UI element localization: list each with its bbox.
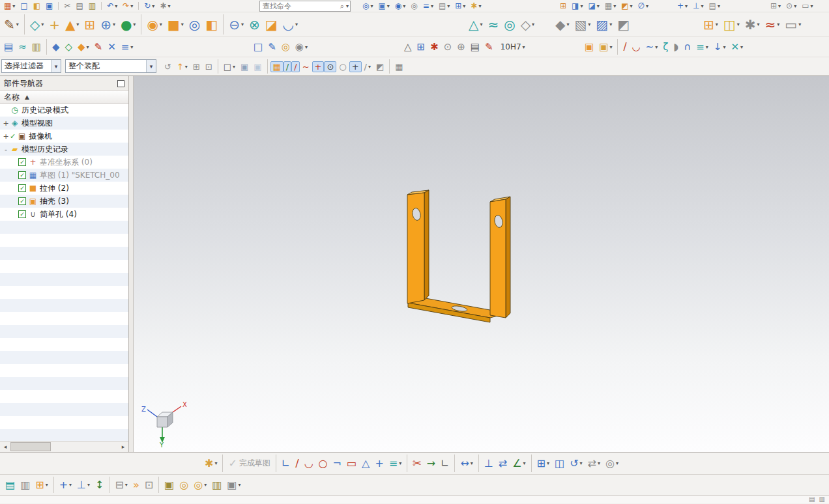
tube-button[interactable]: ◎ <box>501 17 517 33</box>
surface-more-dropdown-icon[interactable]: ▾ <box>532 21 534 27</box>
shortcut-toolbar-button[interactable]: ▦ <box>392 61 405 72</box>
edit-formula-button[interactable]: ✎ <box>92 41 106 53</box>
extrude-checkbox[interactable]: ✓ <box>18 184 26 192</box>
snap-control-point-button[interactable]: ~ <box>300 61 312 72</box>
arrangements-button[interactable]: ⊟▾ <box>112 479 130 492</box>
pattern-feature-button[interactable]: ⊞ <box>81 17 98 33</box>
app-menu-dropdown-icon[interactable]: ▾ <box>12 3 15 9</box>
x-axis-label[interactable]: X <box>182 401 187 408</box>
pattern-curve-button[interactable]: ⊞▾ <box>534 457 552 470</box>
tree-item-history-mode[interactable]: ◷历史记录模式 <box>0 104 128 117</box>
snap-intersection-button[interactable]: + <box>312 61 325 72</box>
move-face-button[interactable]: ◨▾ <box>569 1 585 11</box>
move-component-button[interactable]: +▾ <box>675 1 690 11</box>
paste-button[interactable]: ▥ <box>86 1 98 11</box>
triangle-annotation-button[interactable]: △ <box>401 41 415 53</box>
wave-interface-button[interactable]: ◎▾ <box>191 479 209 492</box>
relations-browser-button[interactable]: ◎▾ <box>603 457 621 470</box>
scroll-left-button[interactable]: ◂ <box>0 441 10 452</box>
wave-geometry-linker-button[interactable]: ▣ <box>162 479 177 492</box>
ruler-dropdown-icon[interactable]: ▾ <box>811 3 813 9</box>
y-axis-label[interactable]: Y <box>159 441 164 448</box>
interpart-select-button[interactable]: ⊞ <box>190 61 203 72</box>
exploded-views-button[interactable]: ▥ <box>18 479 33 492</box>
profile-button[interactable]: ∟ <box>279 457 293 470</box>
target-point-dropdown-icon[interactable]: ▾ <box>305 44 308 50</box>
snap-point-on-face-button[interactable]: ◩ <box>373 61 386 72</box>
view-in-layer-button[interactable]: ▤▾ <box>436 1 452 11</box>
display-constraints-button[interactable]: ∠▾ <box>510 457 528 470</box>
bracket-left-plate-side-face[interactable] <box>424 190 429 300</box>
patch-surface-dropdown-icon[interactable]: ▾ <box>588 21 590 27</box>
datum-csys-checkbox[interactable]: ✓ <box>18 158 26 166</box>
intersect-button[interactable]: ⊗ <box>246 17 263 33</box>
revolve-button[interactable]: ◉▾ <box>144 17 164 33</box>
structure-cube-dropdown-icon[interactable]: ▾ <box>238 482 240 488</box>
snap-midpoint-button[interactable]: / <box>291 61 299 72</box>
patch-curve-button[interactable]: ◗ <box>671 41 681 53</box>
direct-sketch-dropdown-icon[interactable]: ▾ <box>16 21 19 27</box>
snap-arc-center-button[interactable]: ⊙ <box>324 61 336 72</box>
tree-item-model-history[interactable]: -▰模型历史记录 <box>0 143 128 156</box>
selection-scope-dropdown-icon[interactable]: ▾ <box>146 60 156 72</box>
view-in-layer-dropdown-icon[interactable]: ▾ <box>447 3 450 9</box>
component-stack-button[interactable]: ▤ <box>3 479 18 492</box>
mirror-geometry-dropdown-icon[interactable]: ▾ <box>737 21 740 27</box>
display-mode-button[interactable]: ▦▾ <box>602 1 618 11</box>
sort-list-dropdown-icon[interactable]: ▾ <box>130 44 133 50</box>
triad-cube-front-face[interactable] <box>157 417 167 427</box>
tolerance-dropdown-icon[interactable]: ▾ <box>523 44 525 50</box>
expressions-button[interactable]: ≈ <box>16 41 29 53</box>
edge-blend-dropdown-icon[interactable]: ▾ <box>295 21 298 27</box>
sheet-surface-button[interactable]: ◆▾ <box>553 17 572 33</box>
new-file-button[interactable]: □ <box>18 1 30 11</box>
line-curve-button[interactable]: / <box>620 41 629 53</box>
up-one-level-dropdown-icon[interactable]: ▾ <box>185 64 188 70</box>
quick-extend-button[interactable]: → <box>424 457 438 470</box>
command-search-input[interactable] <box>261 1 340 11</box>
make-symmetric-button[interactable]: ⇄ <box>496 457 510 470</box>
datum-csys-button[interactable]: + <box>46 17 63 33</box>
tree-item-extrude[interactable]: ✓■拉伸 (2) <box>0 182 128 195</box>
move-component-dropdown-icon[interactable]: ▾ <box>69 482 72 488</box>
tree-item-simple-hole[interactable]: ✓∪简单孔 (4) <box>0 208 128 221</box>
display-constraints-dropdown-icon[interactable]: ▾ <box>523 460 526 466</box>
open-file-button[interactable]: ◧ <box>31 1 43 11</box>
spline-dropdown-icon[interactable]: ▾ <box>655 44 658 50</box>
panel-float-button[interactable] <box>117 80 124 87</box>
dimension-edit-button[interactable]: ✎ <box>482 41 496 53</box>
marquee-style-button[interactable]: □▾ <box>221 61 238 72</box>
grid-settings-dropdown-icon[interactable]: ▾ <box>778 3 781 9</box>
sketch-checkbox[interactable]: ✓ <box>18 171 26 179</box>
extrude-button[interactable]: ▲▾ <box>63 17 81 33</box>
datum-display-dropdown-icon[interactable]: ▾ <box>718 3 720 9</box>
move-component-button[interactable]: +▾ <box>57 479 74 492</box>
view-orientation-triad[interactable]: Z X Y <box>139 400 190 448</box>
window-dropdown-icon[interactable]: ▾ <box>387 3 390 9</box>
synchronous-modeling-dropdown-icon[interactable]: ▾ <box>630 3 632 9</box>
interpart-copy-button[interactable]: ◎ <box>177 479 191 492</box>
mirror-geometry-button[interactable]: ◫▾ <box>721 17 742 33</box>
rapid-dimension-button[interactable]: ↔▾ <box>458 457 475 470</box>
selection-scope-combo[interactable]: 整个装配 ▾ <box>65 59 156 73</box>
move-face-dropdown-icon[interactable]: ▾ <box>580 3 583 9</box>
undo-button[interactable]: ↶▾ <box>104 1 120 11</box>
intersect-curve-dropdown-icon[interactable]: ▾ <box>740 44 743 50</box>
immediate-hide-button[interactable]: ◎ <box>408 1 420 11</box>
search-dropdown-icon[interactable]: ▾ <box>346 3 349 9</box>
offset-curve-3d-button[interactable]: ≡▾ <box>693 41 711 53</box>
snap-point-on-curve-button[interactable]: /▾ <box>362 61 373 72</box>
spring-toolbox-button[interactable]: ≈▾ <box>762 17 782 33</box>
trim-body-button[interactable]: ◪ <box>263 17 280 33</box>
geometric-constraints-button[interactable]: ⊥ <box>482 457 496 470</box>
up-one-level-button[interactable]: ↑▾ <box>174 61 190 72</box>
window-button[interactable]: ▣▾ <box>376 1 392 11</box>
interpart-link-button[interactable]: ◇ <box>63 41 76 53</box>
tree-item-sketch[interactable]: ✓▦草图 (1) "SKETCH_00 <box>0 169 128 182</box>
star-pattern-button[interactable]: ✱ <box>428 41 441 53</box>
redo-button[interactable]: ↷▾ <box>120 1 136 11</box>
pen-tool-button[interactable]: ✎ <box>265 41 279 53</box>
ruler-button[interactable]: ▭▾ <box>799 1 815 11</box>
shell-checkbox[interactable]: ✓ <box>18 197 26 205</box>
tree-item-model-views[interactable]: +◈模型视图 <box>0 117 128 130</box>
